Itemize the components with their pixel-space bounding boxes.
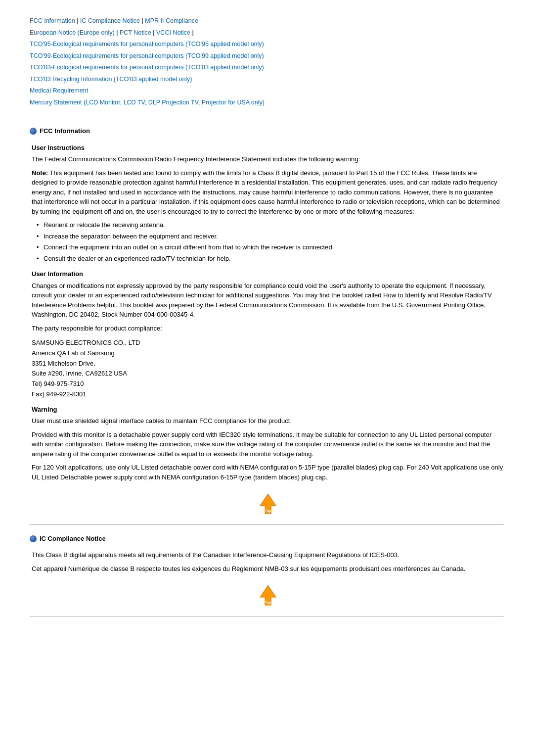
nav-link-european[interactable]: European Notice (Europe only)	[30, 29, 115, 36]
ic-top-button-container: Top	[32, 583, 504, 610]
svg-text:Top: Top	[265, 601, 271, 605]
user-instructions-title: User Instructions	[32, 143, 504, 153]
fcc-bullets: Reorient or relocate the receiving anten…	[37, 220, 504, 263]
ic-content: This Class B digital apparatus meets all…	[30, 550, 504, 610]
divider-top	[30, 117, 504, 117]
note-text: This equipment has been tested and found…	[32, 169, 500, 215]
address-block: SAMSUNG ELECTRONICS CO., LTDAmerica QA L…	[32, 338, 504, 400]
divider-bottom	[30, 616, 504, 616]
bullet-item-3: Connect the equipment into an outlet on …	[37, 242, 504, 252]
ic-section-header: IC Compliance Notice	[30, 534, 504, 544]
bullet-item-4: Consult the dealer or an experienced rad…	[37, 254, 504, 264]
nav-link-medical[interactable]: Medical Requirement	[30, 87, 88, 94]
divider-ic	[30, 524, 504, 525]
ic-para1: This Class B digital apparatus meets all…	[32, 550, 504, 560]
nav-link-tco95[interactable]: TCO'95-Ecological requirements for perso…	[30, 41, 264, 47]
ic-para2: Cet appareil Numérique de classe B respe…	[32, 564, 504, 574]
user-information-para1: Changes or modifications not expressly a…	[32, 281, 504, 320]
nav-link-ic[interactable]: IC Compliance Notice	[80, 17, 140, 24]
user-instructions-note: Note: This equipment has been tested and…	[32, 168, 504, 217]
user-information-title: User Information	[32, 269, 504, 279]
user-information-para2: The party responsible for product compli…	[32, 324, 504, 333]
svg-text:Top: Top	[265, 509, 271, 513]
fcc-content: User Instructions The Federal Communicat…	[30, 143, 504, 519]
bullet-item-1: Reorient or relocate the receiving anten…	[37, 220, 504, 230]
nav-link-tco03r[interactable]: TCO'03 Recycling Information (TCO'03 app…	[30, 76, 192, 83]
user-instructions-para1: The Federal Communications Commission Ra…	[32, 154, 504, 164]
nav-link-tco03[interactable]: TCO'03-Ecological requirements for perso…	[30, 64, 264, 71]
fcc-title: FCC Information	[40, 126, 90, 136]
fcc-section-header: FCC Information	[30, 126, 504, 136]
fcc-top-button[interactable]: Top	[256, 492, 280, 519]
warning-para2: Provided with this monitor is a detachab…	[32, 430, 504, 459]
ic-bullet-icon	[30, 535, 37, 542]
fcc-top-button-container: Top	[32, 492, 504, 519]
nav-link-vcci[interactable]: VCCI Notice	[156, 29, 190, 36]
note-label: Note:	[32, 169, 48, 177]
nav-link-mpr[interactable]: MPR II Compliance	[145, 17, 198, 24]
ic-title: IC Compliance Notice	[40, 534, 106, 544]
warning-para3: For 120 Volt applications, use only UL L…	[32, 463, 504, 482]
nav-links: FCC Information | IC Compliance Notice |…	[30, 15, 504, 108]
ic-top-button[interactable]: Top	[256, 583, 280, 610]
nav-link-pct[interactable]: PCT Notice	[120, 29, 151, 36]
nav-link-mercury[interactable]: Mercury Statement (LCD Monitor, LCD TV, …	[30, 99, 265, 106]
warning-title: Warning	[32, 405, 504, 415]
warning-para1: User must use shielded signal interface …	[32, 416, 504, 426]
fcc-section: FCC Information User Instructions The Fe…	[30, 126, 504, 519]
nav-link-fcc[interactable]: FCC Information	[30, 17, 75, 24]
bullet-item-2: Increase the separation between the equi…	[37, 232, 504, 241]
address-text: SAMSUNG ELECTRONICS CO., LTDAmerica QA L…	[32, 339, 140, 398]
nav-link-tco99[interactable]: TCO'99-Ecological requirements for perso…	[30, 52, 264, 59]
fcc-bullet-icon	[30, 128, 37, 135]
ic-section: IC Compliance Notice This Class B digita…	[30, 534, 504, 610]
